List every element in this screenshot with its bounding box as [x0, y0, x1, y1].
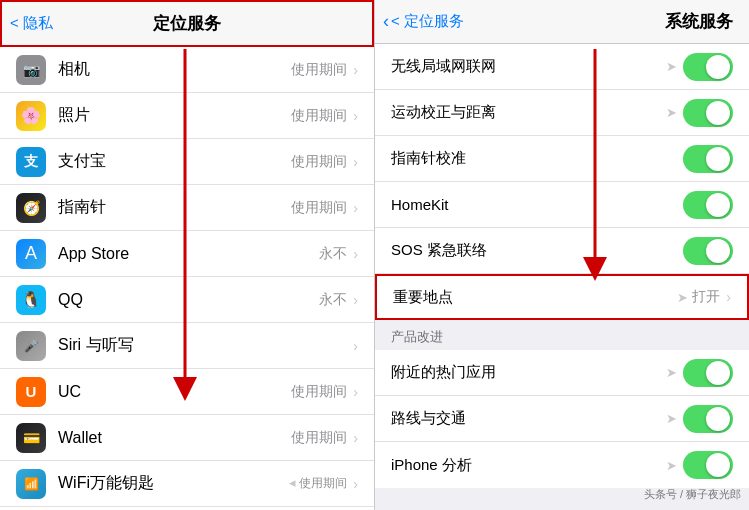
appstore-icon: A [16, 239, 46, 269]
chevron-icon: › [353, 338, 358, 354]
list-item[interactable]: 🐧 QQ 永不 › [0, 277, 374, 323]
qq-icon: 🐧 [16, 285, 46, 315]
list-item[interactable]: 路线与交通 ➤ [375, 396, 749, 442]
chevron-icon: › [353, 200, 358, 216]
location-arrow-icon: ➤ [666, 59, 677, 74]
chevron-icon: › [353, 430, 358, 446]
list-item[interactable]: HomeKit [375, 182, 749, 228]
list-item[interactable]: 🧭 指南针 使用期间 › [0, 185, 374, 231]
left-header: < 隐私 定位服务 [0, 0, 374, 47]
item-value: 使用期间 [291, 383, 347, 401]
item-label: UC [58, 383, 291, 401]
list-item[interactable]: 💳 Wallet 使用期间 › [0, 415, 374, 461]
item-label: 重要地点 [393, 288, 677, 307]
right-list: 无线局域网联网 ➤ 运动校正与距离 ➤ 指南针校准 HomeKit [375, 44, 749, 510]
toggle-switch[interactable] [683, 53, 733, 81]
location-arrow-icon: ➤ [666, 458, 677, 473]
item-label: 运动校正与距离 [391, 103, 666, 122]
list-item[interactable]: SOS 紧急联络 [375, 228, 749, 274]
toggle-switch[interactable] [683, 451, 733, 479]
right-panel: ‹ < 定位服务 系统服务 无线局域网联网 ➤ 运动校正与距离 ➤ [375, 0, 749, 510]
alipay-icon: 支 [16, 147, 46, 177]
item-label: Siri 与听写 [58, 335, 347, 356]
photos-icon: 🌸 [16, 101, 46, 131]
chevron-icon: › [353, 476, 358, 492]
open-value: 打开 [692, 288, 720, 306]
item-label: 照片 [58, 105, 291, 126]
item-label: 指南针 [58, 197, 291, 218]
item-value: 使用期间 [291, 153, 347, 171]
toggle-switch[interactable] [683, 191, 733, 219]
item-value: 使用期间 [291, 61, 347, 79]
right-section-2: 附近的热门应用 ➤ 路线与交通 ➤ iPhone 分析 ➤ [375, 350, 749, 488]
item-value: ◂ 使用期间 [289, 475, 347, 492]
item-value: 使用期间 [291, 199, 347, 217]
item-label: 无线局域网联网 [391, 57, 666, 76]
wallet-icon: 💳 [16, 423, 46, 453]
location-arrow-icon-small: ➤ [677, 290, 688, 305]
item-label: 附近的热门应用 [391, 363, 666, 382]
list-item[interactable]: 📷 相机 使用期间 › [0, 47, 374, 93]
item-value: 使用期间 [291, 429, 347, 447]
toggle-switch[interactable] [683, 99, 733, 127]
item-label: QQ [58, 291, 319, 309]
list-item[interactable]: 附近的热门应用 ➤ [375, 350, 749, 396]
siri-icon: 🎤 [16, 331, 46, 361]
list-item[interactable]: 📶 WiFi万能钥匙 ◂ 使用期间 › [0, 461, 374, 507]
list-item[interactable]: 指南针校准 [375, 136, 749, 182]
chevron-icon: › [353, 62, 358, 78]
toggle-switch[interactable] [683, 405, 733, 433]
right-section-1: 无线局域网联网 ➤ 运动校正与距离 ➤ 指南针校准 HomeKit [375, 44, 749, 320]
list-item[interactable]: 🌸 照片 使用期间 › [0, 93, 374, 139]
item-label: Wallet [58, 429, 291, 447]
chevron-icon: › [353, 108, 358, 124]
location-arrow-icon: ➤ [666, 411, 677, 426]
item-label: 支付宝 [58, 151, 291, 172]
camera-icon: 📷 [16, 55, 46, 85]
list-item[interactable]: iPhone 分析 ➤ [375, 442, 749, 488]
chevron-icon: › [353, 292, 358, 308]
item-label: HomeKit [391, 196, 683, 213]
item-value: 永不 [319, 245, 347, 263]
toggle-switch[interactable] [683, 359, 733, 387]
watermark: 头条号 / 狮子夜光郎 [644, 487, 741, 502]
item-value: 使用期间 [291, 107, 347, 125]
chevron-icon: › [353, 154, 358, 170]
important-location-item[interactable]: 重要地点 ➤ 打开 › [375, 274, 749, 320]
location-arrow-icon: ➤ [666, 365, 677, 380]
chevron-icon: › [353, 384, 358, 400]
list-item[interactable]: 支 支付宝 使用期间 › [0, 139, 374, 185]
toggle-switch[interactable] [683, 145, 733, 173]
wifi-icon: 📶 [16, 469, 46, 499]
compass-icon: 🧭 [16, 193, 46, 223]
item-label: WiFi万能钥匙 [58, 473, 289, 494]
section-2-header: 产品改进 [375, 320, 749, 350]
item-label: SOS 紧急联络 [391, 241, 683, 260]
left-settings-list: 📷 相机 使用期间 › 🌸 照片 使用期间 › 支 支付宝 [0, 47, 374, 510]
left-panel-title: 定位服务 [153, 12, 221, 35]
list-item[interactable]: A App Store 永不 › [0, 231, 374, 277]
list-item[interactable]: 无线局域网联网 ➤ [375, 44, 749, 90]
item-value: 永不 [319, 291, 347, 309]
toggle-switch[interactable] [683, 237, 733, 265]
left-back-button[interactable]: < 隐私 [10, 14, 53, 33]
chevron-icon: › [726, 289, 731, 305]
right-panel-title: 系统服务 [665, 10, 733, 33]
item-label: 相机 [58, 59, 291, 80]
list-item[interactable]: 🎤 Siri 与听写 › [0, 323, 374, 369]
chevron-icon: › [353, 246, 358, 262]
location-arrow-icon: ➤ [666, 105, 677, 120]
item-label: 指南针校准 [391, 149, 683, 168]
list-item[interactable]: 运动校正与距离 ➤ [375, 90, 749, 136]
right-back-button[interactable]: ‹ < 定位服务 [383, 11, 464, 32]
left-panel: < 隐私 定位服务 📷 相机 使用期间 › 🌸 照片 使用期间 › [0, 0, 375, 510]
item-label: 路线与交通 [391, 409, 666, 428]
uc-icon: U [16, 377, 46, 407]
item-label: iPhone 分析 [391, 456, 666, 475]
list-item[interactable]: U UC 使用期间 › [0, 369, 374, 415]
right-header: ‹ < 定位服务 系统服务 [375, 0, 749, 44]
item-label: App Store [58, 245, 319, 263]
